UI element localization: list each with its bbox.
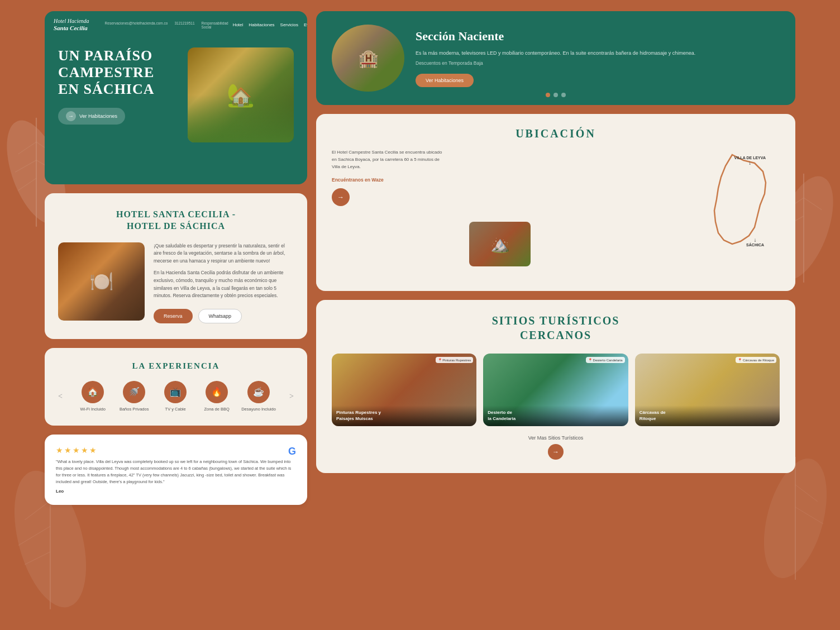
banos-label: Baños Privados [120,407,149,412]
exp-item-banos: 🚿 Baños Privados [117,381,151,412]
logo-line2: Santa Cecilia [54,25,89,32]
terrain-photo [469,222,531,266]
left-column: Hotel Hacienda Santa Cecilia Reservacion… [45,11,307,505]
hero-nav-links: Hotel Habitaciones Servicios Eventos Tur… [233,22,307,27]
ubicacion-content: El Hotel Campestre Santa Cecilia se encu… [332,149,780,278]
about-title: HOTEL SANTA CECILIA - HOTEL DE SÁCHICA [58,209,294,232]
exp-items: 🏠 Wi-Fi Incluido 🚿 Baños Privados 📺 TV y… [67,381,285,412]
ver-mas-container: Ver Mas Sitios Turísticos → [332,435,780,460]
review-text: "What a lovely place. Villa del Leyva wa… [56,459,296,485]
hero-image-placeholder [188,47,294,142]
exp-item-bbq: 🔥 Zona de BBQ [200,381,233,412]
hero-panel: Hotel Hacienda Santa Cecilia Reservacion… [45,11,307,184]
map-svg [693,152,771,247]
banos-icon: 🚿 [123,381,145,403]
hero-text: UN PARAÍSO CAMPESTRE EN SÁCHICA → Ver Ha… [58,47,179,125]
exp-item-wifi: 🏠 Wi-Fi Incluido [76,381,109,412]
about-image-placeholder [58,242,145,321]
hotel-logo: Hotel Hacienda Santa Cecilia [54,18,89,32]
dot-2[interactable] [553,93,558,97]
reserva-button[interactable]: Reserva [154,309,193,323]
seccion-image-placeholder [332,25,404,92]
hero-nav: Hotel Hacienda Santa Cecilia Reservacion… [45,11,307,39]
google-icon: G [288,446,296,457]
nav-servicios[interactable]: Servicios [280,22,298,27]
map-placeholder: VILLA DE LEYVA ↓ ↓ SÁCHICA [452,149,780,278]
about-actions: Reserva Whatsapp [154,309,294,323]
hero-cta-label: Ver Habitaciones [79,113,117,119]
ubicacion-text: El Hotel Campestre Santa Cecilia se encu… [332,149,443,206]
dot-1[interactable] [546,93,550,97]
seccion-dots [546,93,566,97]
about-description-2: En la Hacienda Santa Cecilia podrás disf… [154,269,294,299]
villa-leyva-label: VILLA DE LEYVA ↓ [734,156,766,166]
exp-arrow-right[interactable]: > [287,392,296,401]
exp-arrow-left[interactable]: < [56,392,65,401]
nav-eventos[interactable]: Eventos [304,22,307,27]
seccion-text: Sección Naciente Es la más moderna, tele… [416,29,780,87]
contact-phone: 3121219511 [174,21,194,29]
sitio-badge-2: 📍 Desierto Candelaria [586,357,625,363]
hero-hotel-image [188,47,294,142]
review-author: Leo [56,489,296,494]
about-content: ¡Que saludable es despertar y presentir … [58,242,294,323]
tv-icon: 📺 [164,381,187,403]
hero-btn-arrow-icon: → [66,111,76,121]
sitio-overlay-1: Pinturas Rupestres yPaisajes Muiscas [332,405,476,426]
experience-features: < 🏠 Wi-Fi Incluido 🚿 Baños Privados 📺 TV… [56,381,296,412]
about-hotel-image [58,242,145,321]
sitio-badge-3: 📍 Cárcavas de Ritoque [736,357,776,363]
about-panel: HOTEL SANTA CECILIA - HOTEL DE SÁCHICA ¡… [45,193,307,339]
sitio-card-3: 📍 Cárcavas de Ritoque Cárcavas deRitoque [635,354,780,426]
seccion-cta-button[interactable]: Ver Habitaciones [416,74,474,87]
ubicacion-panel: UBICACIÓN El Hotel Campestre Santa Cecil… [316,114,795,291]
seccion-description: Es la más moderna, televisores LED y mob… [416,49,780,57]
right-column: Sección Naciente Es la más moderna, tele… [316,11,795,505]
waze-link[interactable]: Encuéntranos en Waze [332,177,443,183]
experience-panel: LA EXPERIENCIA < 🏠 Wi-Fi Incluido 🚿 Baño… [45,348,307,426]
desayuno-label: Desayuno Incluido [241,407,276,412]
seccion-image [332,25,404,92]
main-wrapper: Hotel Hacienda Santa Cecilia Reservacion… [0,0,840,516]
sitio-name-1: Pinturas Rupestres yPaisajes Muiscas [336,410,472,422]
sitios-grid: 📍 Pinturas Rupestres Pinturas Rupestres … [332,354,780,426]
ubicacion-btn[interactable]: → [332,188,350,206]
ver-mas-text: Ver Mas Sitios Turísticos [332,435,780,441]
sitio-name-3: Cárcavas deRitoque [639,410,775,422]
seccion-naciente-panel: Sección Naciente Es la más moderna, tele… [316,11,795,105]
exp-item-desayuno: ☕ Desayuno Incluido [241,381,276,412]
bbq-icon: 🔥 [206,381,228,403]
hero-title-line2: CAMPESTRE [58,64,179,81]
nav-habitaciones[interactable]: Habitaciones [249,22,274,27]
contact-social: Responsabilidad Social [202,21,228,29]
hero-content: UN PARAÍSO CAMPESTRE EN SÁCHICA → Ver Ha… [45,39,307,151]
sitio-badge-1: 📍 Pinturas Rupestres [436,357,474,363]
sitios-panel: SITIOS TURÍSTICOS CERCANOS 📍 Pinturas Ru… [316,300,795,473]
review-stars: ★★★★★ [56,446,296,455]
nav-hotel[interactable]: Hotel [233,22,244,27]
hero-title-line3: EN SÁCHICA [58,81,179,98]
wifi-label: Wi-Fi Incluido [80,407,105,412]
map-area: VILLA DE LEYVA ↓ ↓ SÁCHICA [452,149,780,278]
ver-mas-button[interactable]: → [548,444,564,460]
seccion-title: Sección Naciente [416,29,780,44]
about-description-1: ¡Que saludable es despertar y presentir … [154,242,294,265]
sitio-overlay-3: Cárcavas deRitoque [635,405,780,426]
exp-item-tv: 📺 TV y Cable [159,381,192,412]
sitio-name-2: Desierto dela Candelaria [488,410,623,422]
contact-email: Reservaciones@hotelhacienda.com.co [105,21,168,29]
logo-line1: Hotel Hacienda [54,18,89,24]
ubicacion-title: UBICACIÓN [332,127,780,140]
hero-title: UN PARAÍSO CAMPESTRE EN SÁCHICA [58,47,179,98]
whatsapp-button[interactable]: Whatsapp [198,309,242,323]
tv-label: TV y Cable [165,407,186,412]
seccion-sub: Descuentos en Temporada Baja [416,60,780,66]
sitios-title: SITIOS TURÍSTICOS CERCANOS [332,313,780,342]
dot-3[interactable] [561,93,566,97]
about-text: ¡Que saludable es despertar y presentir … [154,242,294,323]
wifi-icon: 🏠 [82,381,104,403]
hero-cta-button[interactable]: → Ver Habitaciones [58,108,125,125]
sitio-overlay-2: Desierto dela Candelaria [483,405,628,426]
review-panel: ★★★★★ "What a lovely place. Villa del Le… [45,435,307,505]
hero-title-line1: UN PARAÍSO [58,47,179,64]
